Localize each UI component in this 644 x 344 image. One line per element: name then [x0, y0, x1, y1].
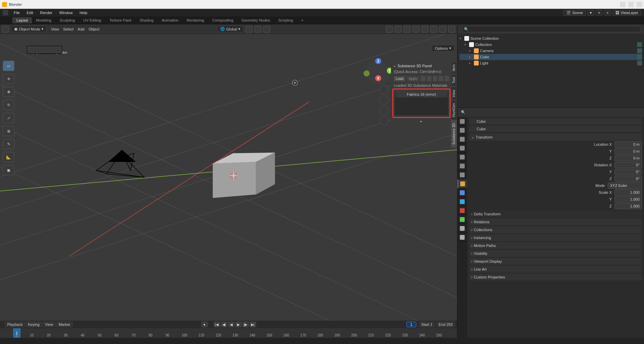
tool-annotate[interactable]: ✎ [3, 139, 14, 149]
snap-type-button[interactable] [254, 26, 261, 33]
properties-tab-4[interactable] [457, 153, 467, 162]
start-frame-field[interactable]: 1 [430, 322, 432, 327]
substance-icon-3[interactable] [433, 76, 437, 81]
workspace-tab-scripting[interactable]: Scripting [274, 17, 297, 23]
substance-load-button[interactable]: Load [394, 76, 405, 81]
workspace-tab-geometry-nodes[interactable]: Geometry Nodes [237, 17, 274, 23]
axis-x[interactable]: X [375, 75, 381, 81]
transform-section[interactable]: ⌄Transform [469, 133, 642, 141]
section-line-art[interactable]: ›Line Art [469, 266, 642, 273]
tool-cursor[interactable]: ✛ [3, 74, 14, 84]
rotx-field[interactable]: 0° [615, 162, 642, 168]
section-visibility[interactable]: ›Visibility [469, 250, 642, 257]
view3d-menu-view[interactable]: View [49, 27, 61, 31]
scene-browse-button[interactable]: ▾ [587, 10, 594, 16]
properties-tab-9[interactable] [457, 197, 467, 206]
jump-start-button[interactable]: |◀ [214, 322, 220, 327]
properties-tab-13[interactable] [457, 233, 467, 242]
select-mode-1[interactable] [28, 47, 34, 53]
workspace-tab-animation[interactable]: Animation [158, 17, 183, 23]
workspace-tab-rendering[interactable]: Rendering [182, 17, 208, 23]
outliner-item-camera[interactable]: ▸Camera [460, 48, 642, 54]
select-mode-2[interactable] [35, 47, 41, 53]
section-motion-paths[interactable]: ›Motion Paths [469, 242, 642, 249]
roty-field[interactable]: 0° [615, 169, 642, 175]
scene-selector[interactable]: 🎬 Scene [563, 10, 586, 16]
pan-button[interactable] [380, 96, 389, 105]
timeline-menu-marker[interactable]: Marker [56, 322, 73, 327]
perspective-button[interactable] [380, 116, 389, 125]
orientation-dropdown[interactable]: 🌐 Global ▾ [217, 26, 244, 32]
camera-view-button[interactable] [380, 106, 389, 115]
jump-end-button[interactable]: ▶| [250, 322, 256, 327]
properties-breadcrumb-2[interactable]: Cube [469, 126, 642, 132]
section-instancing[interactable]: ›Instancing [469, 234, 642, 241]
properties-tab-2[interactable] [457, 135, 467, 144]
menu-edit[interactable]: Edit [23, 11, 37, 15]
properties-tab-5[interactable] [457, 162, 467, 170]
shading-rendered-button[interactable] [448, 26, 455, 33]
properties-search[interactable]: 🔍 [461, 110, 642, 115]
zoom-button[interactable] [380, 85, 389, 94]
workspace-tab-layout[interactable]: Layout [12, 17, 32, 23]
substance-icon-1[interactable] [421, 76, 425, 81]
npanel-tab-substance-3d[interactable]: Substance 3D [451, 120, 457, 148]
viewlayer-selector[interactable]: 🖼 ViewLayer [612, 10, 641, 15]
locz-field[interactable]: 0 m [615, 155, 642, 161]
play-rev-button[interactable]: ◀ [228, 322, 234, 327]
substance-expand[interactable]: ▸ [392, 118, 451, 124]
workspace-tab-shading[interactable]: Shading [135, 17, 157, 23]
tool-scale[interactable]: ⤢ [3, 113, 14, 123]
substance-icon-4[interactable] [439, 76, 443, 81]
properties-tab-12[interactable] [457, 224, 467, 233]
properties-tab-1[interactable] [457, 126, 467, 135]
select-mode-3[interactable] [41, 47, 48, 53]
autokey-button[interactable]: ● [201, 322, 207, 327]
tool-rotate[interactable]: ↻ [3, 100, 14, 110]
substance-apply-button[interactable]: Apply [407, 76, 419, 81]
tool-transform[interactable]: ⊞ [3, 126, 14, 136]
overlay-button[interactable] [404, 26, 410, 33]
workspace-tab-texture-paint[interactable]: Texture Paint [105, 17, 135, 23]
outliner-scene-collection[interactable]: ▾ Scene Collection [460, 35, 642, 41]
workspace-tab-modeling[interactable]: Modeling [32, 17, 56, 23]
proportional-button[interactable] [263, 26, 270, 33]
keyframe-next-button[interactable]: |▶ [242, 322, 249, 327]
workspace-tab-sculpting[interactable]: Sculpting [56, 17, 79, 23]
shading-matprev-button[interactable] [439, 26, 446, 33]
axis-neg[interactable] [363, 70, 370, 76]
scene-delete-button[interactable]: × [604, 10, 611, 15]
maximize-button[interactable] [628, 2, 634, 7]
sclz-field[interactable]: 1.000 [615, 203, 642, 209]
substance-material-item[interactable]: Fabrics-16 (error) [395, 91, 448, 97]
nav-gizmo[interactable]: Z Y X [366, 61, 390, 85]
end-frame-field[interactable]: 250 [446, 322, 453, 327]
npanel-tab-view[interactable]: View [451, 87, 457, 100]
gizmo-button[interactable] [395, 26, 402, 33]
exclude-icon[interactable] [637, 42, 642, 47]
scly-field[interactable]: 1.000 [615, 196, 642, 202]
current-frame-field[interactable]: 1 [406, 322, 416, 327]
section-relations[interactable]: ›Relations [469, 218, 642, 225]
properties-tab-6[interactable] [457, 170, 467, 179]
editor-type-button[interactable] [2, 26, 9, 33]
properties-tab-10[interactable] [457, 206, 467, 215]
timeline-menu-view[interactable]: View [43, 322, 56, 327]
delta-transform-section[interactable]: ›Delta Transform [469, 211, 642, 217]
visibility-button[interactable] [386, 26, 393, 33]
viewport-3d[interactable]: User Perspective (1) Collection | Cube ▭… [0, 34, 457, 321]
npanel-tab-item[interactable]: Item [451, 61, 457, 74]
workspace-add-button[interactable]: + [297, 17, 307, 23]
npanel-tab-humgen[interactable]: HumGen [451, 100, 457, 120]
properties-tab-8[interactable] [457, 188, 467, 197]
rotz-field[interactable]: 0° [615, 176, 642, 182]
restrict-icon[interactable] [637, 61, 642, 66]
outliner-search[interactable]: 🔍 [462, 26, 641, 32]
blender-icon[interactable] [3, 10, 8, 15]
properties-tab-3[interactable] [457, 144, 467, 153]
xray-button[interactable] [413, 26, 419, 33]
properties-breadcrumb[interactable]: Cube [469, 118, 642, 124]
workspace-tab-uv-editing[interactable]: UV Editing [79, 17, 105, 23]
axis-z[interactable]: Z [375, 58, 381, 64]
npanel-tab-tool[interactable]: Tool [451, 74, 457, 86]
